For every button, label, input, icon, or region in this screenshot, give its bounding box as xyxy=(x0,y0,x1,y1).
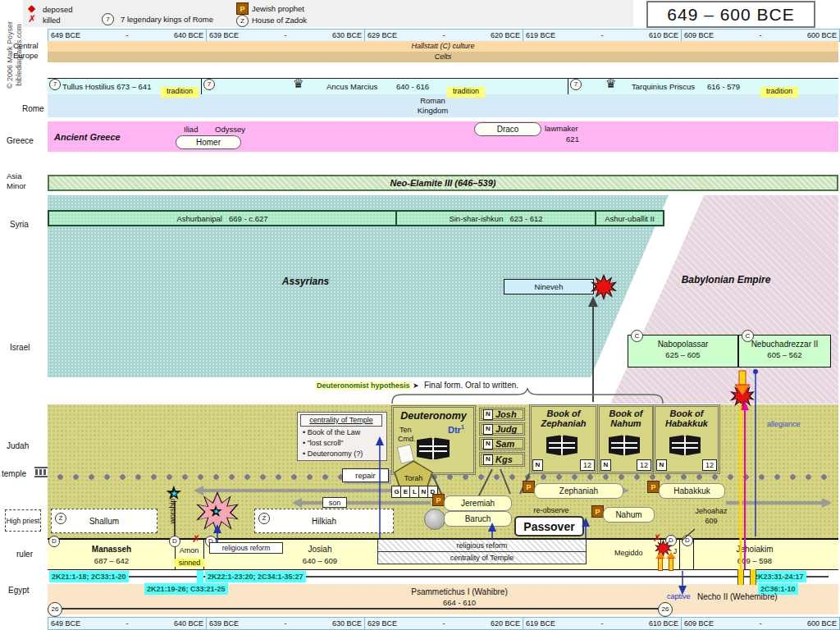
repair-box: repair xyxy=(342,468,389,482)
book-judg: NJudg xyxy=(479,422,525,436)
chaldean-icon: C xyxy=(742,330,754,342)
zadok-icon: Z xyxy=(55,513,66,524)
exile-line-bar xyxy=(737,569,744,585)
centrality-bullet: Book of the Law xyxy=(308,428,361,436)
nahum-pill: Nahum xyxy=(603,507,655,523)
ruler-josiah: Josiah xyxy=(271,545,369,554)
pharaoh-up-arrow xyxy=(656,553,664,571)
final-form-brace xyxy=(392,389,663,404)
chaldean-icon: C xyxy=(631,330,643,342)
ruler-divider xyxy=(693,538,694,570)
open-book-icon xyxy=(669,435,701,456)
pharaoh-up-arrow xyxy=(667,553,675,571)
deuteronomy-title: Deuteronomy xyxy=(394,410,473,422)
prophet-badge-icon: P xyxy=(432,494,445,506)
exile-line-bar xyxy=(750,569,756,585)
ruler-manasseh: Manasseh xyxy=(51,545,172,554)
page-icon xyxy=(397,444,415,463)
scripture-ref: 2K21:19-26; C33:21-25 xyxy=(144,583,228,595)
allegiance-label: allegiance xyxy=(767,420,801,428)
transmission-arrows-gray xyxy=(194,486,832,508)
killed-icon: ✗ xyxy=(653,533,661,543)
killed-icon: ✗ xyxy=(192,534,200,544)
dynasty-26-icon: 26 xyxy=(658,602,673,617)
captive-label: captive xyxy=(667,592,691,600)
ruler-manasseh-years: 687 – 642 xyxy=(51,556,172,565)
habakkuk-pill: Habakkuk xyxy=(659,483,725,499)
high-priest-hilkiah: ZHilkiah xyxy=(254,509,394,533)
passover-box: Passover xyxy=(514,516,584,536)
zephaniah-pill: Zephaniah xyxy=(534,483,623,499)
book-sam: NSam xyxy=(479,437,525,450)
deuteronomy-box: Deuteronomy Ten Cmd. Dtr1 xyxy=(391,405,476,475)
minor-prophets-12-badge: 12 xyxy=(637,459,651,471)
zadok-icon: Z xyxy=(258,513,270,524)
torah-label: Torah xyxy=(395,474,431,482)
dynasty-line xyxy=(54,608,664,609)
ruler-amon: Amon xyxy=(176,546,203,555)
ruler-jehoiakim-years: 609 – 598 xyxy=(701,556,808,565)
prophet-badge-icon: P xyxy=(591,505,604,518)
centrality-bullet: "lost scroll" xyxy=(308,439,344,447)
open-book-icon xyxy=(609,435,640,456)
open-book-icon xyxy=(417,437,450,460)
book-of-habakkuk: Book of Habakkuk N 12 xyxy=(653,404,720,474)
worship-label: worship xyxy=(168,491,178,532)
amon-sinned-tag: sinned xyxy=(175,559,204,567)
pharaoh-psammetichus-years: 664 - 610 xyxy=(345,598,574,607)
centrality-title: centrality of Temple xyxy=(300,414,382,427)
dynasty-26-icon: 26 xyxy=(48,602,62,617)
bible-timeline-diagram: ◆ deposed ✗ killed 7 7 legendary kings o… xyxy=(0,0,840,630)
pharaoh-psammetichus: Psammetichus I (Wahibre) xyxy=(345,587,574,596)
davidic-icon: D xyxy=(682,535,693,546)
arrow-right-icon: ➤ xyxy=(413,381,419,390)
open-book-icon xyxy=(546,435,578,456)
megiddo-label: Megiddo xyxy=(614,549,643,557)
scripture-ref: 2K22:1-23:20; 2C34:1-35:27 xyxy=(205,571,306,582)
ten-commandments-label: Ten xyxy=(399,426,412,434)
underlay-arrows xyxy=(0,0,840,630)
dtr1-label: Dtr1 xyxy=(448,424,464,435)
prophet-badge-icon: P xyxy=(647,481,660,493)
book-of-nahum: Book of Nahum N 12 xyxy=(597,404,655,474)
temple-conflict-star-icon: ★★ xyxy=(208,503,223,519)
jeremiah-pill: Jeremiah xyxy=(444,495,512,511)
centrality-scroll-box: centrality of Temple • Book of the Law •… xyxy=(297,412,387,461)
ruler-josiah-years: 640 – 609 xyxy=(271,556,369,565)
minor-prophets-12-badge: 12 xyxy=(580,459,595,471)
high-priest-shallum: ZShallum xyxy=(51,509,158,533)
dtr-hypothesis-tag: Deuteronomist hypothesis xyxy=(315,381,412,390)
book-of-zephaniah: Book of Zephaniah N 12 xyxy=(529,404,598,474)
book-kgs: NKgs xyxy=(479,452,525,467)
reobserve-label: re-observe xyxy=(526,506,577,514)
scripture-ref: 2K21:1-18; 2C33:1-20 xyxy=(49,571,129,582)
nabopolassar-box: Nabopolassar 625 – 605 xyxy=(628,335,738,368)
jehoahaz-label: Jehoahaz609 xyxy=(687,506,735,526)
seal-icon xyxy=(424,509,445,530)
ref-tick xyxy=(197,570,203,584)
scripture-ref: 2K23:31-24:17 xyxy=(751,571,806,582)
centrality-bullet: Deuteronomy (?) xyxy=(308,450,363,458)
pharaoh-necho: Necho II (Wehemibre) xyxy=(697,592,778,601)
minor-prophets-12-badge: 12 xyxy=(702,459,717,471)
nineveh-fall-arrow xyxy=(588,296,598,402)
prophet-badge-icon: P xyxy=(523,481,535,493)
final-form-label: Final form. Oral to written. xyxy=(424,381,518,390)
son-box: son xyxy=(322,497,347,508)
book-josh: NJosh xyxy=(479,408,525,421)
reform-centrality-box: religious reform centrality of Temple xyxy=(377,539,587,564)
nineveh-box: Nineveh xyxy=(504,279,594,294)
baruch-pill: Baruch xyxy=(444,511,512,527)
ruler-jehoiakim: Jehoiakim xyxy=(701,545,808,554)
